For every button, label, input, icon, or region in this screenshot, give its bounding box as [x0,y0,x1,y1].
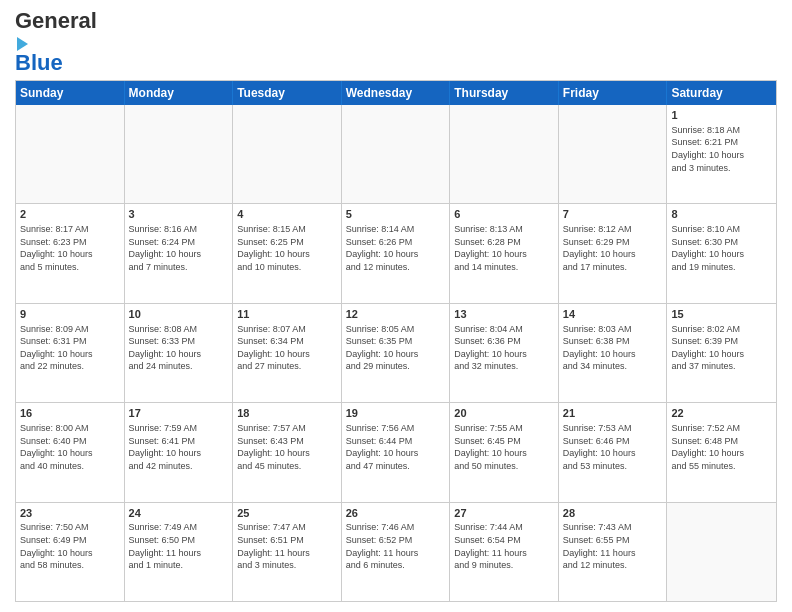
weekday-header: Saturday [667,81,776,105]
day-info: Sunrise: 7:52 AM Sunset: 6:48 PM Dayligh… [671,422,772,472]
calendar-cell [233,105,342,203]
calendar-cell [667,503,776,601]
calendar-cell [450,105,559,203]
calendar-cell: 1Sunrise: 8:18 AM Sunset: 6:21 PM Daylig… [667,105,776,203]
calendar-cell: 28Sunrise: 7:43 AM Sunset: 6:55 PM Dayli… [559,503,668,601]
calendar-body: 1Sunrise: 8:18 AM Sunset: 6:21 PM Daylig… [16,105,776,601]
day-info: Sunrise: 8:18 AM Sunset: 6:21 PM Dayligh… [671,124,772,174]
day-number: 8 [671,207,772,222]
day-number: 9 [20,307,120,322]
calendar-cell: 16Sunrise: 8:00 AM Sunset: 6:40 PM Dayli… [16,403,125,501]
day-info: Sunrise: 7:43 AM Sunset: 6:55 PM Dayligh… [563,521,663,571]
calendar-row: 16Sunrise: 8:00 AM Sunset: 6:40 PM Dayli… [16,403,776,502]
calendar-row: 9Sunrise: 8:09 AM Sunset: 6:31 PM Daylig… [16,304,776,403]
calendar-cell: 14Sunrise: 8:03 AM Sunset: 6:38 PM Dayli… [559,304,668,402]
day-number: 16 [20,406,120,421]
day-info: Sunrise: 7:59 AM Sunset: 6:41 PM Dayligh… [129,422,229,472]
header: General Blue [15,10,777,74]
logo-blue: Blue [15,52,105,74]
calendar-cell: 23Sunrise: 7:50 AM Sunset: 6:49 PM Dayli… [16,503,125,601]
calendar-cell: 5Sunrise: 8:14 AM Sunset: 6:26 PM Daylig… [342,204,451,302]
calendar-cell: 2Sunrise: 8:17 AM Sunset: 6:23 PM Daylig… [16,204,125,302]
day-info: Sunrise: 8:08 AM Sunset: 6:33 PM Dayligh… [129,323,229,373]
day-number: 28 [563,506,663,521]
day-info: Sunrise: 8:14 AM Sunset: 6:26 PM Dayligh… [346,223,446,273]
day-number: 5 [346,207,446,222]
day-info: Sunrise: 7:44 AM Sunset: 6:54 PM Dayligh… [454,521,554,571]
day-number: 24 [129,506,229,521]
day-number: 23 [20,506,120,521]
day-number: 6 [454,207,554,222]
calendar-cell: 6Sunrise: 8:13 AM Sunset: 6:28 PM Daylig… [450,204,559,302]
calendar-row: 2Sunrise: 8:17 AM Sunset: 6:23 PM Daylig… [16,204,776,303]
calendar-cell [342,105,451,203]
day-info: Sunrise: 7:46 AM Sunset: 6:52 PM Dayligh… [346,521,446,571]
day-number: 10 [129,307,229,322]
day-info: Sunrise: 8:09 AM Sunset: 6:31 PM Dayligh… [20,323,120,373]
day-info: Sunrise: 8:00 AM Sunset: 6:40 PM Dayligh… [20,422,120,472]
day-number: 27 [454,506,554,521]
day-info: Sunrise: 8:16 AM Sunset: 6:24 PM Dayligh… [129,223,229,273]
day-number: 18 [237,406,337,421]
day-number: 3 [129,207,229,222]
calendar-cell: 18Sunrise: 7:57 AM Sunset: 6:43 PM Dayli… [233,403,342,501]
day-info: Sunrise: 8:10 AM Sunset: 6:30 PM Dayligh… [671,223,772,273]
day-number: 11 [237,307,337,322]
day-info: Sunrise: 7:57 AM Sunset: 6:43 PM Dayligh… [237,422,337,472]
calendar-cell: 12Sunrise: 8:05 AM Sunset: 6:35 PM Dayli… [342,304,451,402]
weekday-header: Thursday [450,81,559,105]
day-info: Sunrise: 8:07 AM Sunset: 6:34 PM Dayligh… [237,323,337,373]
day-info: Sunrise: 8:04 AM Sunset: 6:36 PM Dayligh… [454,323,554,373]
day-info: Sunrise: 7:53 AM Sunset: 6:46 PM Dayligh… [563,422,663,472]
day-number: 4 [237,207,337,222]
logo: General Blue [15,10,105,74]
day-number: 21 [563,406,663,421]
weekday-header: Sunday [16,81,125,105]
calendar-cell [559,105,668,203]
day-number: 15 [671,307,772,322]
weekday-header: Friday [559,81,668,105]
calendar-cell: 17Sunrise: 7:59 AM Sunset: 6:41 PM Dayli… [125,403,234,501]
calendar-cell: 8Sunrise: 8:10 AM Sunset: 6:30 PM Daylig… [667,204,776,302]
calendar-cell: 11Sunrise: 8:07 AM Sunset: 6:34 PM Dayli… [233,304,342,402]
day-number: 1 [671,108,772,123]
day-info: Sunrise: 8:05 AM Sunset: 6:35 PM Dayligh… [346,323,446,373]
calendar: SundayMondayTuesdayWednesdayThursdayFrid… [15,80,777,602]
day-info: Sunrise: 8:13 AM Sunset: 6:28 PM Dayligh… [454,223,554,273]
calendar-cell: 26Sunrise: 7:46 AM Sunset: 6:52 PM Dayli… [342,503,451,601]
day-number: 14 [563,307,663,322]
weekday-header: Monday [125,81,234,105]
day-info: Sunrise: 7:47 AM Sunset: 6:51 PM Dayligh… [237,521,337,571]
day-number: 19 [346,406,446,421]
calendar-cell: 20Sunrise: 7:55 AM Sunset: 6:45 PM Dayli… [450,403,559,501]
calendar-cell: 22Sunrise: 7:52 AM Sunset: 6:48 PM Dayli… [667,403,776,501]
calendar-cell [16,105,125,203]
calendar-cell: 15Sunrise: 8:02 AM Sunset: 6:39 PM Dayli… [667,304,776,402]
weekday-header: Wednesday [342,81,451,105]
day-number: 2 [20,207,120,222]
day-number: 13 [454,307,554,322]
calendar-row: 23Sunrise: 7:50 AM Sunset: 6:49 PM Dayli… [16,503,776,601]
calendar-row: 1Sunrise: 8:18 AM Sunset: 6:21 PM Daylig… [16,105,776,204]
day-info: Sunrise: 7:50 AM Sunset: 6:49 PM Dayligh… [20,521,120,571]
day-info: Sunrise: 7:55 AM Sunset: 6:45 PM Dayligh… [454,422,554,472]
calendar-cell: 27Sunrise: 7:44 AM Sunset: 6:54 PM Dayli… [450,503,559,601]
day-info: Sunrise: 7:56 AM Sunset: 6:44 PM Dayligh… [346,422,446,472]
calendar-cell: 25Sunrise: 7:47 AM Sunset: 6:51 PM Dayli… [233,503,342,601]
logo-text: General [15,10,105,54]
calendar-cell: 7Sunrise: 8:12 AM Sunset: 6:29 PM Daylig… [559,204,668,302]
calendar-cell: 21Sunrise: 7:53 AM Sunset: 6:46 PM Dayli… [559,403,668,501]
calendar-header: SundayMondayTuesdayWednesdayThursdayFrid… [16,81,776,105]
day-number: 7 [563,207,663,222]
day-number: 20 [454,406,554,421]
day-info: Sunrise: 8:12 AM Sunset: 6:29 PM Dayligh… [563,223,663,273]
day-number: 22 [671,406,772,421]
calendar-cell: 13Sunrise: 8:04 AM Sunset: 6:36 PM Dayli… [450,304,559,402]
calendar-cell: 24Sunrise: 7:49 AM Sunset: 6:50 PM Dayli… [125,503,234,601]
day-info: Sunrise: 7:49 AM Sunset: 6:50 PM Dayligh… [129,521,229,571]
day-number: 12 [346,307,446,322]
calendar-cell: 9Sunrise: 8:09 AM Sunset: 6:31 PM Daylig… [16,304,125,402]
calendar-cell: 19Sunrise: 7:56 AM Sunset: 6:44 PM Dayli… [342,403,451,501]
calendar-cell: 4Sunrise: 8:15 AM Sunset: 6:25 PM Daylig… [233,204,342,302]
day-info: Sunrise: 8:17 AM Sunset: 6:23 PM Dayligh… [20,223,120,273]
